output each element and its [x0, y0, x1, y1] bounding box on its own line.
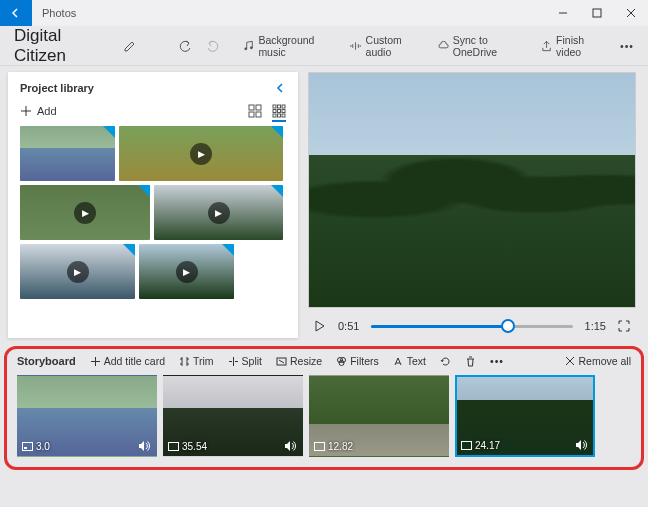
delete-button[interactable] [465, 356, 476, 367]
fullscreen-button[interactable] [618, 320, 630, 332]
play-icon: ▶ [208, 202, 230, 224]
storyboard-panel: Storyboard Add title card Trim Split Res… [4, 346, 644, 470]
background-music-button[interactable]: Background music [243, 34, 338, 58]
svg-rect-5 [256, 105, 261, 110]
more-storyboard-button[interactable]: ••• [490, 355, 504, 367]
trim-button[interactable]: Trim [179, 355, 214, 367]
add-title-card-button[interactable]: Add title card [90, 355, 165, 367]
app-title: Photos [32, 7, 546, 19]
finish-video-button[interactable]: Finish video [541, 34, 608, 58]
svg-point-2 [245, 47, 248, 50]
trim-icon [179, 356, 190, 367]
library-title: Project library [20, 82, 94, 94]
header: Digital Citizen Background music Custom … [0, 26, 648, 66]
add-media-button[interactable]: Add [20, 105, 57, 117]
split-button[interactable]: Split [228, 355, 262, 367]
svg-point-20 [339, 360, 344, 365]
project-library-panel: Project library Add ▶ [8, 72, 298, 338]
resize-icon [276, 356, 287, 367]
library-item[interactable]: ▶ [20, 244, 135, 299]
rotate-icon [440, 356, 451, 367]
play-icon: ▶ [176, 261, 198, 283]
video-icon [314, 442, 325, 451]
storyboard-clip[interactable]: 3.0 [17, 375, 157, 457]
audio-icon [575, 439, 587, 451]
library-item[interactable]: ▶ [119, 126, 283, 181]
collapse-library-button[interactable] [276, 83, 286, 93]
storyboard-title: Storyboard [17, 355, 76, 367]
titlebar: Photos [0, 0, 648, 26]
duration: 1:15 [585, 320, 606, 332]
filters-icon [336, 356, 347, 367]
audio-icon [284, 440, 296, 452]
svg-rect-22 [24, 447, 27, 449]
view-small-button[interactable] [272, 104, 286, 118]
current-time: 0:51 [338, 320, 359, 332]
storyboard-clip[interactable]: 24.17 [455, 375, 595, 457]
rename-button[interactable] [123, 39, 137, 53]
card-icon [22, 442, 33, 451]
storyboard-clip[interactable]: 35.54 [163, 375, 303, 457]
filters-button[interactable]: Filters [336, 355, 379, 367]
library-item[interactable]: ▶ [154, 185, 283, 240]
video-preview[interactable] [308, 72, 636, 308]
view-large-button[interactable] [248, 104, 262, 118]
video-icon [461, 441, 472, 450]
cloud-icon [438, 40, 449, 52]
storyboard-clips: 3.0 35.54 12.82 24.17 [17, 375, 631, 457]
svg-rect-11 [273, 110, 276, 113]
rotate-button[interactable] [440, 356, 451, 367]
library-item[interactable]: ▶ [20, 185, 150, 240]
custom-audio-button[interactable]: Custom audio [350, 34, 425, 58]
play-icon: ▶ [74, 202, 96, 224]
split-icon [228, 356, 239, 367]
svg-rect-24 [315, 443, 325, 451]
remove-all-button[interactable]: Remove all [565, 355, 631, 367]
svg-rect-7 [256, 112, 261, 117]
redo-button[interactable] [205, 39, 219, 53]
svg-rect-23 [169, 443, 179, 451]
svg-rect-14 [273, 114, 276, 117]
library-item[interactable] [20, 126, 115, 181]
svg-rect-1 [593, 9, 601, 17]
svg-rect-21 [23, 443, 33, 451]
plus-icon [90, 356, 101, 367]
svg-rect-8 [273, 105, 276, 108]
more-button[interactable]: ••• [620, 40, 634, 52]
audio-icon [350, 40, 361, 52]
project-title: Digital Citizen [14, 26, 111, 66]
storyboard-clip[interactable]: 12.82 [309, 375, 449, 457]
library-item[interactable]: ▶ [139, 244, 234, 299]
play-button[interactable] [314, 320, 326, 332]
close-icon [565, 356, 575, 366]
resize-button[interactable]: Resize [276, 355, 322, 367]
back-button[interactable] [0, 0, 32, 26]
seek-slider[interactable] [371, 325, 572, 328]
svg-point-3 [250, 46, 253, 49]
trash-icon [465, 356, 476, 367]
sync-button[interactable]: Sync to OneDrive [438, 34, 529, 58]
play-icon: ▶ [67, 261, 89, 283]
text-button[interactable]: Text [393, 355, 426, 367]
preview-panel: 0:51 1:15 [298, 66, 648, 344]
close-button[interactable] [614, 0, 648, 26]
plus-icon [20, 105, 32, 117]
video-icon [168, 442, 179, 451]
maximize-button[interactable] [580, 0, 614, 26]
undo-button[interactable] [179, 39, 193, 53]
svg-rect-12 [278, 110, 281, 113]
svg-rect-4 [249, 105, 254, 110]
svg-rect-16 [282, 114, 285, 117]
svg-rect-10 [282, 105, 285, 108]
svg-rect-13 [282, 110, 285, 113]
svg-rect-25 [462, 442, 472, 450]
music-icon [243, 40, 254, 52]
play-icon: ▶ [190, 143, 212, 165]
svg-rect-6 [249, 112, 254, 117]
export-icon [541, 40, 552, 52]
minimize-button[interactable] [546, 0, 580, 26]
library-thumbnails: ▶ ▶ ▶ ▶ ▶ [20, 126, 286, 328]
audio-icon [138, 440, 150, 452]
svg-rect-15 [278, 114, 281, 117]
svg-rect-9 [278, 105, 281, 108]
